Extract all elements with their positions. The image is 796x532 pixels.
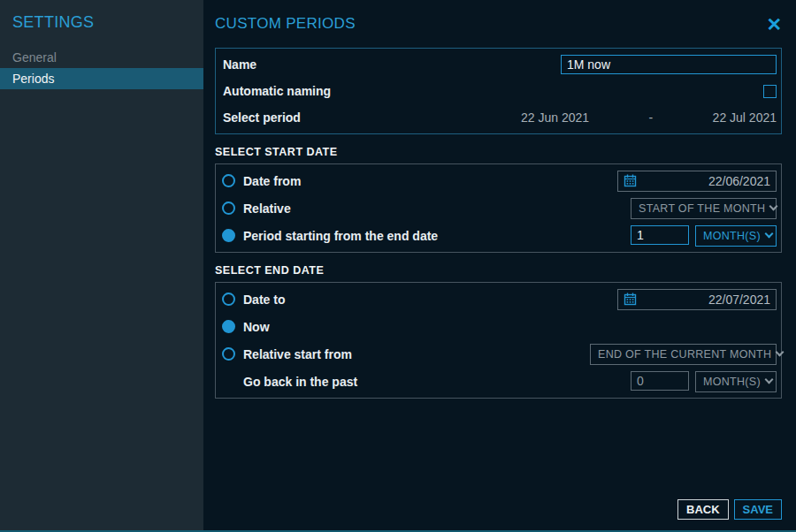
period-from-end-label: Period starting from the end date (243, 229, 438, 243)
date-to-option[interactable]: Date to (222, 293, 285, 307)
relative-dropdown-value: START OF THE MONTH (639, 202, 765, 215)
relative-start-from-option[interactable]: Relative start from (222, 347, 352, 361)
go-back-label-group: Go back in the past (243, 375, 357, 389)
sidebar-item-label: General (12, 50, 57, 65)
calendar-icon (624, 174, 637, 187)
sidebar-item-label: Periods (12, 72, 54, 86)
period-count-input[interactable] (631, 225, 689, 245)
date-from-label: Date from (243, 174, 301, 188)
period-from-end-radio[interactable] (222, 229, 235, 242)
relative-start-from-radio[interactable] (222, 347, 235, 361)
go-back-controls: MONTH(S) (631, 371, 777, 392)
custom-periods-panel: CUSTOM PERIODS ✕ Name Automatic naming S… (203, 0, 796, 532)
date-from-option[interactable]: Date from (222, 174, 301, 188)
relative-option[interactable]: Relative (222, 201, 291, 216)
sidebar-nav: General Periods (0, 47, 203, 89)
period-from-end-controls: MONTH(S) (631, 225, 777, 247)
sidebar-item-general[interactable]: General (0, 47, 203, 68)
go-back-unit-value: MONTH(S) (703, 376, 761, 388)
start-date-heading: SELECT START DATE (215, 146, 782, 158)
period-start-date: 22 Jun 2021 (521, 110, 589, 125)
automatic-naming-checkbox[interactable] (763, 85, 777, 98)
panel-header: CUSTOM PERIODS ✕ (215, 0, 782, 48)
now-label: Now (243, 320, 270, 334)
footer-actions: BACK SAVE (215, 499, 782, 520)
close-icon[interactable]: ✕ (766, 15, 782, 34)
date-from-radio[interactable] (222, 174, 235, 187)
relative-start-from-dropdown[interactable]: END OF THE CURRENT MONTH (590, 344, 777, 365)
date-from-value: 22/06/2021 (708, 174, 770, 188)
date-to-value: 22/07/2021 (708, 293, 770, 307)
relative-start-from-value: END OF THE CURRENT MONTH (598, 348, 771, 361)
relative-start-from-label: Relative start from (243, 347, 352, 361)
name-row: Name (216, 51, 781, 78)
end-date-heading: SELECT END DATE (215, 264, 782, 277)
relative-radio[interactable] (222, 201, 235, 215)
date-from-field[interactable]: 22/06/2021 (617, 171, 777, 192)
select-period-label: Select period (223, 110, 301, 125)
period-unit-value: MONTH(S) (703, 230, 761, 242)
sidebar-item-periods[interactable]: Periods (0, 68, 203, 89)
relative-row: Relative START OF THE MONTH (216, 194, 781, 222)
automatic-naming-row: Automatic naming (216, 78, 781, 104)
date-to-row: Date to 22/07/2021 (216, 285, 781, 313)
now-radio[interactable] (222, 320, 235, 333)
date-to-radio[interactable] (222, 293, 235, 306)
go-back-unit-dropdown[interactable]: MONTH(S) (695, 371, 777, 392)
end-date-section: Date to 22/07/2021 (215, 282, 782, 399)
relative-dropdown[interactable]: START OF THE MONTH (631, 198, 777, 219)
automatic-naming-label: Automatic naming (223, 84, 331, 98)
chevron-down-icon (764, 230, 773, 239)
chevron-down-icon (764, 376, 773, 384)
go-back-label: Go back in the past (243, 375, 357, 389)
period-separator: - (649, 110, 654, 125)
back-button[interactable]: BACK (677, 499, 729, 520)
go-back-row: Go back in the past MONTH(S) (216, 368, 781, 395)
period-unit-dropdown[interactable]: MONTH(S) (695, 225, 777, 247)
general-section: Name Automatic naming Select period 22 J… (215, 48, 782, 134)
go-back-count-input[interactable] (631, 371, 689, 391)
save-button[interactable]: SAVE (734, 499, 782, 520)
chevron-down-icon (769, 202, 778, 211)
date-to-label: Date to (243, 293, 285, 307)
period-from-end-row: Period starting from the end date MONTH(… (216, 222, 781, 249)
period-range: 22 Jun 2021 - 22 Jul 2021 (521, 110, 777, 125)
now-option[interactable]: Now (222, 320, 270, 334)
period-end-date: 22 Jul 2021 (713, 110, 777, 125)
chevron-down-icon (776, 348, 785, 357)
date-from-row: Date from 22/06/2021 (216, 167, 781, 194)
settings-window: SETTINGS General Periods CUSTOM PERIODS … (0, 0, 796, 532)
start-date-section: Date from 22/06/2021 (215, 163, 782, 253)
name-input[interactable] (561, 55, 777, 74)
select-period-row: Select period 22 Jun 2021 - 22 Jul 2021 (216, 104, 781, 131)
name-label: Name (223, 57, 256, 72)
date-to-field[interactable]: 22/07/2021 (617, 289, 777, 310)
page-title: CUSTOM PERIODS (215, 15, 356, 33)
period-from-end-option[interactable]: Period starting from the end date (222, 229, 438, 243)
relative-label: Relative (243, 201, 291, 216)
relative-start-from-row: Relative start from END OF THE CURRENT M… (216, 340, 781, 368)
calendar-icon (624, 293, 637, 306)
sidebar: SETTINGS General Periods (0, 0, 203, 532)
now-row: Now (216, 313, 781, 340)
sidebar-title: SETTINGS (12, 13, 203, 32)
